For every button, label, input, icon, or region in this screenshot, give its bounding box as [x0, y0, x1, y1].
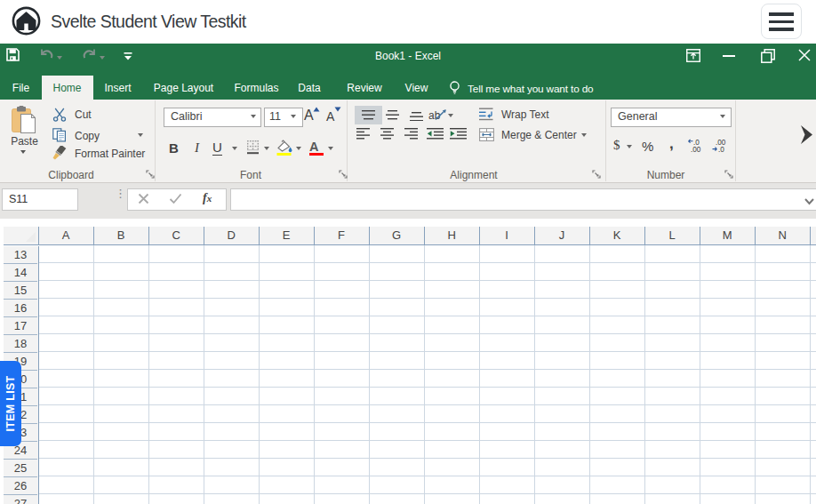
svg-text:ab: ab — [428, 109, 441, 122]
svg-text:.00: .00 — [691, 146, 701, 153]
svg-text:.0: .0 — [718, 146, 724, 153]
